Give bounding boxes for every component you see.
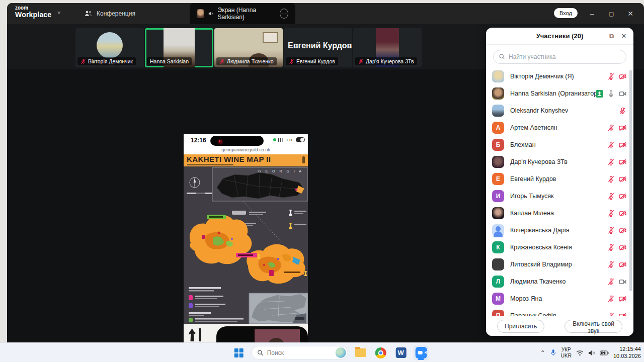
scrollbar[interactable] (629, 70, 632, 291)
mic-muted-icon (607, 158, 615, 166)
participant-row[interactable]: Hanna Sarkisian (Организатор) (486, 85, 633, 102)
participant-name: Людмила Ткаченко (510, 278, 607, 285)
participant-status-icons (607, 227, 626, 234)
panel-close-icon[interactable]: ✕ (619, 32, 628, 41)
mic-muted-icon (607, 124, 615, 132)
shared-phone-screen: 12:16 LTE georgianwineguild.co.uk KAKHET… (184, 134, 308, 342)
pip-video-frame[interactable] (216, 326, 308, 342)
participant-display-name: Евгений Курдов (288, 41, 352, 50)
camera-off-icon (619, 73, 626, 80)
winemaker-silhouette (189, 329, 196, 341)
participant-row[interactable]: ППаращук Софія (486, 307, 633, 316)
language-switcher[interactable]: УКРUKR (561, 347, 572, 358)
mic-muted-icon (607, 73, 615, 80)
participant-status-icons (607, 210, 626, 217)
participant-status-icons (607, 158, 626, 166)
mic-muted-icon (358, 59, 364, 64)
participant-name: Дар'я Кучерова ЗТв (510, 158, 607, 165)
tab-meeting[interactable]: Конференция (77, 3, 142, 24)
unmute-button[interactable]: Включить свой звук (565, 320, 622, 333)
signin-button[interactable]: Вход (554, 8, 578, 18)
wine-map: G E O R G I A (184, 166, 308, 324)
participant-status-icons (607, 73, 626, 80)
participants-list: Вікторія Демянчик (Я) Hanna Sarkisian (О… (486, 68, 633, 316)
wifi-icon[interactable] (576, 350, 584, 356)
zoom-workplace-logo: zoom Workplace (15, 6, 51, 18)
video-tile[interactable]: Дар'я Кучерова ЗТв (353, 28, 422, 67)
letter-avatar: А (492, 122, 504, 134)
participants-panel: Участники (20) ⧉ ✕ Вікторія Демянчик (Я)… (486, 28, 633, 336)
participant-row[interactable]: ААртем Аветисян (486, 119, 633, 136)
participant-name: Каплан Мілена (510, 210, 607, 217)
participant-row[interactable]: ББлехман (486, 136, 633, 153)
participant-name: Литовский Владимир (510, 261, 607, 268)
tray-mic-icon[interactable] (550, 349, 556, 356)
mic-icon (607, 90, 615, 98)
letter-avatar: П (492, 310, 504, 316)
start-button[interactable] (231, 345, 247, 360)
participant-name: Паращук Софія (510, 312, 607, 316)
chevron-down-icon[interactable]: ˅ (57, 10, 60, 16)
phone-clock: 12:16 (191, 137, 206, 144)
participant-row[interactable]: Вікторія Демянчик (Я) (486, 68, 633, 85)
tab-screen-share[interactable]: Экран (Hanna Sarkisian) ⋯ (190, 3, 295, 24)
participant-row[interactable]: Дар'я Кучерова ЗТв (486, 153, 633, 170)
video-tile[interactable]: Евгений Курдов Евгений Курдов (284, 28, 352, 67)
presenter-avatar (197, 9, 204, 18)
participant-status-icons (607, 295, 626, 303)
mic-muted-icon (80, 59, 86, 64)
camera-off-icon (619, 227, 626, 234)
participant-name: Крижановська Ксенія (510, 244, 607, 251)
participant-row[interactable]: Каплан Мілена (486, 205, 633, 222)
participant-name: Oleksandr Konyshev (510, 107, 619, 114)
close-button[interactable]: ✕ (623, 7, 638, 20)
pip-video (255, 329, 300, 342)
participant-status-icons (607, 175, 626, 183)
participant-row[interactable]: Литовский Владимир (486, 256, 633, 273)
taskbar-search[interactable]: Поиск (252, 346, 348, 359)
invite-button[interactable]: Пригласить (497, 320, 544, 333)
mic-muted-icon (607, 278, 615, 286)
letter-avatar: К (492, 241, 504, 253)
titlebar: zoom Workplace ˅ Конференция Экран (Hann… (7, 3, 644, 24)
participant-row[interactable]: ККрижановська Ксенія (486, 239, 633, 256)
staff-silhouette (199, 328, 201, 341)
participant-row[interactable]: ЛЛюдмила Ткаченко (486, 273, 633, 290)
letter-avatar: И (492, 190, 504, 202)
file-explorer-icon[interactable] (353, 345, 368, 360)
tray-chevron-icon[interactable]: ⌃ (540, 349, 545, 356)
taskbar-clock[interactable]: 12:15:4410.03.2026 (613, 346, 641, 360)
video-strip: Вікторія ДемянчикHanna Sarkisian Людмила… (75, 28, 422, 67)
video-tile[interactable]: Людмила Ткаченко (214, 28, 283, 67)
participant-name: Евгений Курдов (510, 175, 607, 183)
battery-icon[interactable] (600, 350, 609, 355)
zoom-app-icon[interactable] (414, 345, 429, 360)
tile-name-label: Дар'я Кучерова ЗТв (355, 57, 417, 65)
participant-status-icons (607, 278, 626, 286)
volume-icon[interactable] (588, 350, 595, 356)
maximize-button[interactable]: ▢ (604, 7, 619, 20)
phone-statusbar: 12:16 LTE (184, 134, 308, 147)
camera-off-icon (619, 312, 626, 316)
chrome-icon[interactable] (373, 345, 388, 360)
camera-off-icon (619, 295, 626, 303)
participant-row[interactable]: Oleksandr Konyshev (486, 102, 633, 119)
weather-widget-icon (336, 347, 346, 358)
photo-avatar (492, 87, 504, 100)
word-icon[interactable]: W (393, 345, 409, 360)
participant-row[interactable]: Кочержинська Дарія (486, 222, 633, 239)
video-tile[interactable]: Hanna Sarkisian (145, 28, 213, 67)
more-options-icon[interactable]: ⋯ (280, 9, 288, 19)
participant-row[interactable]: ММороз Яна (486, 290, 633, 307)
zoom-window: zoom Workplace ˅ Конференция Экран (Hann… (7, 3, 644, 342)
minimize-button[interactable]: – (585, 7, 600, 20)
participant-search-input[interactable] (493, 50, 626, 64)
popout-icon[interactable]: ⧉ (607, 32, 616, 41)
letter-avatar: Б (492, 139, 504, 151)
camera-icon (619, 90, 626, 98)
video-tile[interactable]: Вікторія Демянчик (75, 28, 144, 67)
tile-name-label: Hanna Sarkisian (147, 57, 192, 65)
participant-row[interactable]: ИИгорь Тымусяк (486, 188, 633, 205)
participant-row[interactable]: ЕЕвгений Курдов (486, 170, 633, 188)
taskbar-search-placeholder: Поиск (267, 349, 332, 356)
